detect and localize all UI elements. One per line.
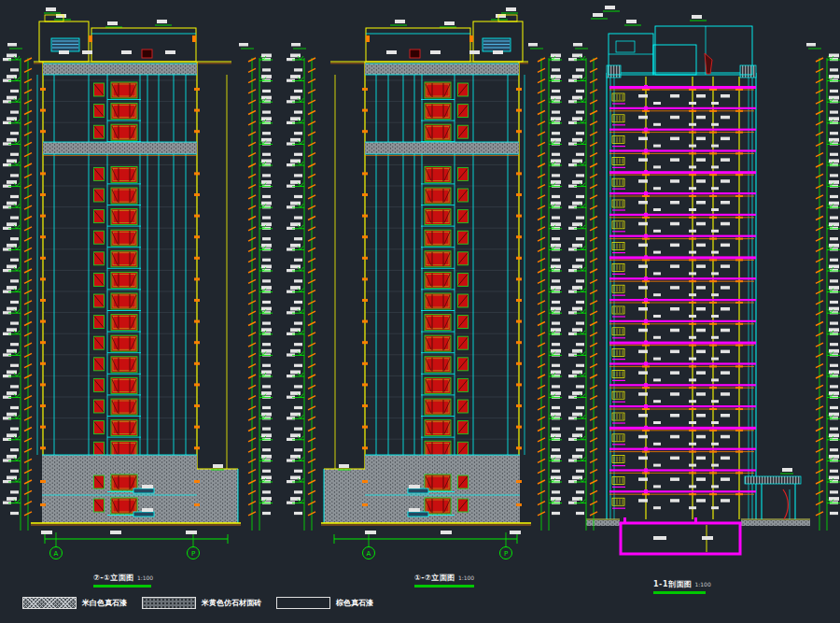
dimension-text-mark xyxy=(10,512,19,515)
dimension-text-mark xyxy=(638,286,648,290)
grade-hatch xyxy=(741,520,810,526)
dimension-text-mark xyxy=(7,433,17,437)
dimension-text-mark xyxy=(670,477,679,481)
dimension-text-mark xyxy=(395,20,405,23)
dimension-text-mark xyxy=(261,244,272,248)
dimension-text-mark xyxy=(670,350,679,354)
dimension-text-mark xyxy=(653,145,661,148)
dimension-text-mark xyxy=(638,201,648,205)
dimension-text-mark xyxy=(689,485,696,488)
dimension-text-mark xyxy=(572,202,582,205)
dimension-text-mark xyxy=(653,102,661,105)
dimension-text-mark xyxy=(696,435,706,439)
dimension-text-mark xyxy=(711,293,719,296)
title-scale: 1:100 xyxy=(694,581,710,588)
dimension-text-mark xyxy=(576,132,584,135)
dimension-text-mark xyxy=(829,117,839,120)
dimension-text-mark xyxy=(830,217,838,219)
dimension-text-mark xyxy=(829,96,839,100)
title-scale: 1:100 xyxy=(458,574,474,581)
dimension-text-mark xyxy=(7,202,17,205)
dimension-text-mark xyxy=(290,138,301,142)
title-section-1-1: 1-1剖面图1:100 xyxy=(653,573,706,594)
dimension-text-mark xyxy=(696,392,706,396)
legend-label: 棕色真石漆 xyxy=(336,598,373,608)
dimension-text-mark xyxy=(572,138,582,142)
dimension-text-mark xyxy=(572,160,582,163)
dimension-text-mark xyxy=(670,286,679,290)
dimension-text-mark xyxy=(576,470,584,473)
floor-slab xyxy=(609,107,756,109)
dimension-text-mark xyxy=(552,428,560,431)
elevation-7-1 xyxy=(31,7,241,547)
dimension-text-mark xyxy=(213,464,223,468)
dimension-text-mark xyxy=(829,476,839,480)
legend-swatch-plain-icon xyxy=(276,597,330,609)
dimension-text-mark xyxy=(638,371,648,375)
dimension-text-mark xyxy=(261,497,272,501)
dimension-text-mark xyxy=(721,116,730,120)
dimension-strip xyxy=(3,43,32,531)
dimension-text-mark xyxy=(806,43,816,47)
dimension-text-mark xyxy=(572,413,582,417)
dimension-text-mark xyxy=(7,476,17,480)
dimension-text-mark xyxy=(576,301,584,304)
dimension-text-mark xyxy=(7,117,17,120)
dimension-text-mark xyxy=(721,392,730,396)
dimension-text-mark xyxy=(829,138,839,142)
dimension-strip xyxy=(528,43,562,531)
dimension-text-mark xyxy=(689,358,696,361)
dimension-text-mark xyxy=(638,499,648,503)
legend-swatch-crosshatch-icon xyxy=(22,597,77,609)
dimension-text-mark xyxy=(830,448,838,451)
dimension-text-mark xyxy=(572,476,582,480)
dimension-text-mark xyxy=(829,371,839,375)
dimension-text-mark xyxy=(605,6,615,9)
floor-slab xyxy=(609,149,756,151)
canopy xyxy=(408,488,428,493)
dimension-text-mark xyxy=(576,364,584,367)
dimension-text-mark xyxy=(638,392,648,396)
dimension-strip xyxy=(287,43,315,531)
dimension-text-mark xyxy=(653,421,661,424)
dimension-text-mark xyxy=(261,96,272,100)
dimension-text-mark xyxy=(638,329,648,333)
dimension-text-mark xyxy=(830,279,838,282)
axis-bubble-letter: P xyxy=(191,550,195,558)
dimension-text-mark xyxy=(829,328,839,332)
dimension-text-mark xyxy=(552,470,560,473)
dimension-text-mark xyxy=(552,237,560,240)
facade-hatch-band xyxy=(365,142,519,154)
dimension-text-mark xyxy=(696,179,706,183)
floor-slab xyxy=(609,427,756,430)
dimension-text-mark xyxy=(670,222,679,226)
dimension-text-mark xyxy=(294,132,302,135)
dimension-text-mark xyxy=(552,448,560,451)
dimension-text-mark xyxy=(262,174,271,177)
dimension-text-mark xyxy=(653,443,661,446)
dimension-text-mark xyxy=(262,153,271,156)
dimension-text-mark xyxy=(689,272,696,275)
dimension-text-mark xyxy=(830,301,838,304)
dimension-text-mark xyxy=(262,322,271,325)
dimension-text-mark xyxy=(7,391,17,395)
dimension-text-mark xyxy=(294,68,302,71)
dimension-text-mark xyxy=(493,50,503,54)
dimension-text-mark xyxy=(261,180,272,184)
dimension-text-mark xyxy=(551,96,561,100)
dimension-text-mark xyxy=(576,195,584,198)
dimension-text-mark xyxy=(572,244,582,248)
dimension-text-mark xyxy=(10,322,19,325)
dimension-text-mark xyxy=(294,470,302,473)
dimension-text-mark xyxy=(7,54,17,58)
dimension-text-mark xyxy=(653,400,661,403)
dimension-text-mark xyxy=(576,217,584,219)
dimension-text-mark xyxy=(262,68,271,71)
dimension-text-mark xyxy=(290,160,301,163)
dimension-text-mark xyxy=(10,259,19,262)
dimension-text-mark xyxy=(696,201,706,205)
dimension-text-mark xyxy=(552,385,560,388)
entrance-canopy xyxy=(745,476,801,484)
dimension-text-mark xyxy=(830,364,838,367)
dimension-text-mark xyxy=(721,329,730,333)
